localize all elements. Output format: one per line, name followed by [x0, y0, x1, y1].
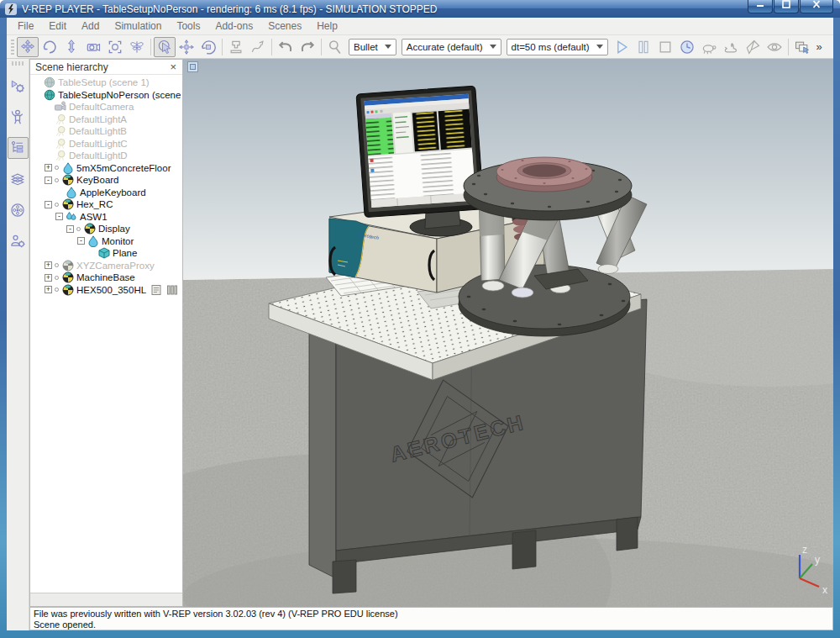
video-recorder-button[interactable]: [8, 199, 29, 221]
tree-node-defaultcamera[interactable]: DefaultCamera: [30, 101, 182, 113]
light-icon: [55, 150, 66, 161]
fit-to-view-button[interactable]: [104, 37, 126, 57]
tree-node-plane[interactable]: Plane: [30, 247, 182, 260]
shape-icon: [62, 162, 74, 174]
menu-add[interactable]: Add: [74, 18, 107, 34]
tree-node-tablesetup-scene-1[interactable]: TableSetup (scene 1): [30, 76, 182, 89]
title-bar[interactable]: V-REP PLAYER - TableSetupNoPerson - rend…: [0, 0, 840, 18]
window-title: V-REP PLAYER - TableSetupNoPerson - rend…: [22, 3, 437, 15]
tree-node-label: Display: [98, 224, 130, 234]
collapse-icon[interactable]: -: [77, 237, 85, 245]
user-settings-button[interactable]: [8, 230, 29, 252]
tree-node-display[interactable]: -Display: [30, 223, 182, 235]
expand-icon[interactable]: +: [45, 261, 52, 269]
tree-node-keyboard[interactable]: -KeyBoard: [30, 174, 182, 187]
expand-icon[interactable]: +: [45, 164, 52, 171]
accuracy-dropdown-value: Accurate (default): [407, 42, 483, 52]
axis-label-z: z: [802, 544, 807, 556]
real-time-button[interactable]: [676, 37, 698, 57]
tree-node-5mx5mconcretefloor[interactable]: +5mX5mConcreteFloor: [30, 162, 182, 175]
scene-hierarchy-button[interactable]: [8, 137, 29, 159]
layers-button[interactable]: [8, 168, 29, 190]
camera-zoom-button[interactable]: [60, 37, 82, 57]
tree-node-defaultlightd[interactable]: DefaultLightD: [30, 150, 182, 162]
collapse-icon[interactable]: -: [55, 213, 63, 220]
toolbar-separator: [150, 39, 151, 55]
tree-node-label: XYZCameraProxy: [76, 261, 155, 271]
node-dot[interactable]: [76, 227, 81, 231]
close-icon[interactable]: ×: [167, 61, 179, 72]
play-button[interactable]: [611, 37, 633, 57]
expand-icon[interactable]: +: [45, 286, 52, 293]
menu-simulation[interactable]: Simulation: [107, 18, 169, 34]
hierarchy-footer: [30, 593, 182, 606]
tree-node-defaultlighta[interactable]: DefaultLightA: [30, 113, 182, 126]
node-dot[interactable]: [55, 276, 59, 280]
node-dot[interactable]: [55, 166, 59, 170]
model-icon: [62, 260, 74, 272]
left-toolbar: [7, 59, 29, 630]
vrep-icon: [5, 3, 17, 15]
tree-node-label: AppleKeyboard: [80, 187, 146, 198]
expand-icon[interactable]: +: [45, 274, 52, 282]
pause-button[interactable]: [633, 37, 654, 57]
menu-add-ons[interactable]: Add-ons: [207, 18, 260, 34]
viewport-3d[interactable]: AEROTECH: [183, 59, 833, 607]
physics-engine-dropdown[interactable]: Bullet: [349, 39, 396, 55]
tree-node-machinebase[interactable]: +MachineBase: [30, 272, 182, 284]
camera-angle-button[interactable]: [82, 37, 104, 57]
model-icon: [62, 174, 74, 186]
camera-rotate-button[interactable]: [39, 37, 60, 57]
toolbar-separator: [222, 39, 223, 55]
menu-bar: FileEditAddSimulationToolsAdd-onsScenesH…: [7, 18, 833, 35]
select-button[interactable]: [154, 37, 176, 57]
tree-node-asw1[interactable]: -ASW1: [30, 211, 182, 224]
fly-mode-button[interactable]: [126, 37, 148, 57]
menu-edit[interactable]: Edit: [41, 18, 74, 34]
menu-scenes[interactable]: Scenes: [260, 18, 309, 34]
maximize-button[interactable]: [774, 0, 799, 13]
tree-node-label: DefaultLightA: [69, 114, 127, 124]
tree-node-hex-rc[interactable]: -Hex_RC: [30, 198, 182, 211]
menu-file[interactable]: File: [10, 18, 41, 34]
undo-button[interactable]: [275, 37, 297, 57]
light-icon: [55, 138, 66, 150]
tree-node-label: HEX500_350HL: [76, 285, 146, 295]
tree-node-hex500-350hl[interactable]: +HEX500_350HL: [30, 284, 182, 297]
node-dot[interactable]: [55, 263, 59, 267]
tree-node-xyzcameraproxy[interactable]: +XYZCameraProxy: [30, 260, 182, 272]
shape-icon: [66, 187, 77, 198]
menu-tools[interactable]: Tools: [169, 18, 207, 34]
redo-button[interactable]: [297, 37, 318, 57]
tree-node-label: DefaultLightC: [69, 139, 128, 149]
accuracy-dropdown[interactable]: Accurate (default): [402, 39, 501, 55]
simulation-settings-button[interactable]: [8, 75, 29, 97]
collapse-icon[interactable]: -: [45, 201, 52, 208]
object-shift-button[interactable]: [176, 37, 197, 57]
model-browser-button[interactable]: [8, 106, 29, 128]
tree-node-monitor[interactable]: -Monitor: [30, 235, 182, 248]
light-icon: [55, 125, 66, 137]
collapse-icon[interactable]: -: [45, 177, 52, 184]
menu-help[interactable]: Help: [309, 18, 345, 34]
world-icon: [44, 89, 55, 101]
tree-node-defaultlightc[interactable]: DefaultLightC: [30, 138, 182, 150]
scene-hierarchy-panel: Scene hierarchy × TableSetup (scene 1)Ta…: [29, 59, 183, 607]
node-dot[interactable]: [55, 287, 59, 292]
tree-node-defaultlightb[interactable]: DefaultLightB: [30, 125, 182, 138]
tree-node-tablesetupnoperson-scene-2[interactable]: TableSetupNoPerson (scene 2): [30, 89, 182, 102]
toolbar-overflow[interactable]: »: [816, 40, 822, 53]
node-dot[interactable]: [55, 203, 59, 207]
timestep-dropdown[interactable]: dt=50 ms (default): [507, 39, 608, 55]
model-icon: [62, 284, 74, 296]
close-button[interactable]: [800, 0, 833, 13]
collapse-icon[interactable]: -: [66, 225, 74, 233]
status-line-2: Scene opened.: [34, 620, 829, 630]
viewport-page-button[interactable]: [187, 61, 198, 72]
minimize-button[interactable]: [748, 0, 773, 13]
node-dot[interactable]: [55, 178, 59, 182]
object-rotate-button[interactable]: [197, 37, 219, 57]
tree-node-applekeyboard[interactable]: AppleKeyboard: [30, 187, 182, 199]
page-selector-button[interactable]: [791, 37, 813, 57]
camera-pan-button[interactable]: [17, 37, 39, 57]
